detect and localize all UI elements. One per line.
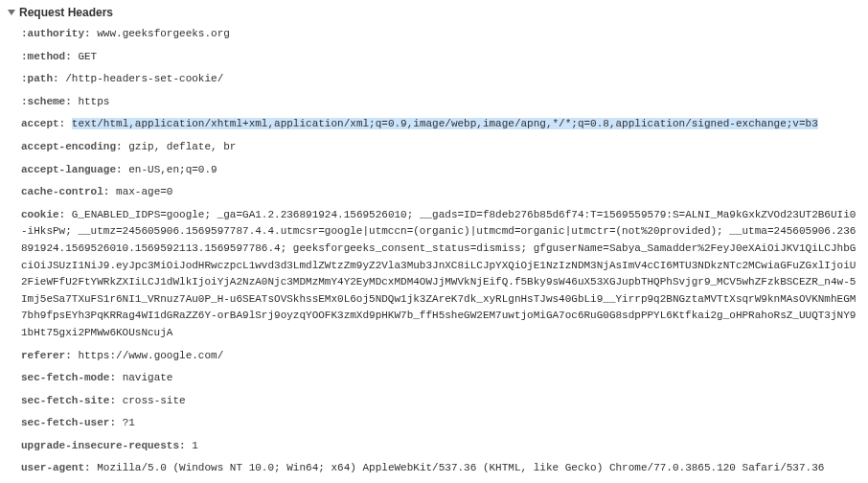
header-name: cookie: (21, 209, 65, 220)
header-value[interactable]: en-US,en;q=0.9 (128, 164, 217, 175)
header-row: user-agent: Mozilla/5.0 (Windows NT 10.0… (8, 457, 860, 480)
header-value[interactable]: gzip, deflate, br (128, 141, 236, 152)
header-value[interactable]: G_ENABLED_IDPS=google; _ga=GA1.2.2368919… (21, 209, 856, 338)
header-row: referer: https://www.google.com/ (8, 345, 860, 368)
header-row: cache-control: max-age=0 (8, 181, 860, 204)
header-value[interactable]: https://www.google.com/ (78, 350, 223, 361)
header-name: referer: (21, 350, 72, 361)
section-title: Request Headers (19, 6, 113, 19)
header-name: sec-fetch-user: (21, 417, 116, 428)
header-name: user-agent: (21, 462, 91, 473)
header-row: accept-encoding: gzip, deflate, br (8, 136, 860, 159)
headers-list: :authority: www.geeksforgeeks.org:method… (8, 23, 860, 480)
collapse-triangle-icon (8, 10, 15, 15)
header-value[interactable]: text/html,application/xhtml+xml,applicat… (72, 118, 818, 129)
header-name: upgrade-insecure-requests: (21, 440, 186, 451)
header-row: accept: text/html,application/xhtml+xml,… (8, 113, 860, 136)
header-row: :method: GET (8, 46, 860, 69)
header-value[interactable]: https (78, 96, 109, 107)
header-name: :method: (21, 51, 72, 62)
header-name: sec-fetch-mode: (21, 372, 116, 383)
header-value[interactable]: ?1 (123, 417, 135, 428)
header-name: accept-language: (21, 164, 123, 175)
request-headers-section-header[interactable]: Request Headers (8, 4, 860, 21)
header-value[interactable]: navigate (123, 372, 173, 383)
header-name: :scheme: (21, 96, 72, 107)
header-row: :scheme: https (8, 91, 860, 114)
header-row: sec-fetch-user: ?1 (8, 412, 860, 435)
header-name: cache-control: (21, 186, 109, 197)
header-value[interactable]: 1 (192, 440, 198, 451)
header-row: sec-fetch-mode: navigate (8, 367, 860, 390)
header-row: :authority: www.geeksforgeeks.org (8, 23, 860, 46)
header-row: accept-language: en-US,en;q=0.9 (8, 159, 860, 182)
header-value[interactable]: Mozilla/5.0 (Windows NT 10.0; Win64; x64… (97, 462, 824, 473)
header-value[interactable]: GET (78, 51, 97, 62)
header-name: accept: (21, 118, 65, 129)
header-name: accept-encoding: (21, 141, 123, 152)
header-value[interactable]: cross-site (123, 395, 186, 406)
header-name: sec-fetch-site: (21, 395, 116, 406)
header-name: :path: (21, 73, 59, 84)
header-value[interactable]: max-age=0 (116, 186, 172, 197)
header-row: upgrade-insecure-requests: 1 (8, 435, 860, 458)
header-row: cookie: G_ENABLED_IDPS=google; _ga=GA1.2… (8, 204, 860, 345)
header-value[interactable]: /http-headers-set-cookie/ (65, 73, 223, 84)
header-name: :authority: (21, 28, 91, 39)
header-row: sec-fetch-site: cross-site (8, 390, 860, 413)
header-row: :path: /http-headers-set-cookie/ (8, 68, 860, 91)
header-value[interactable]: www.geeksforgeeks.org (97, 28, 230, 39)
